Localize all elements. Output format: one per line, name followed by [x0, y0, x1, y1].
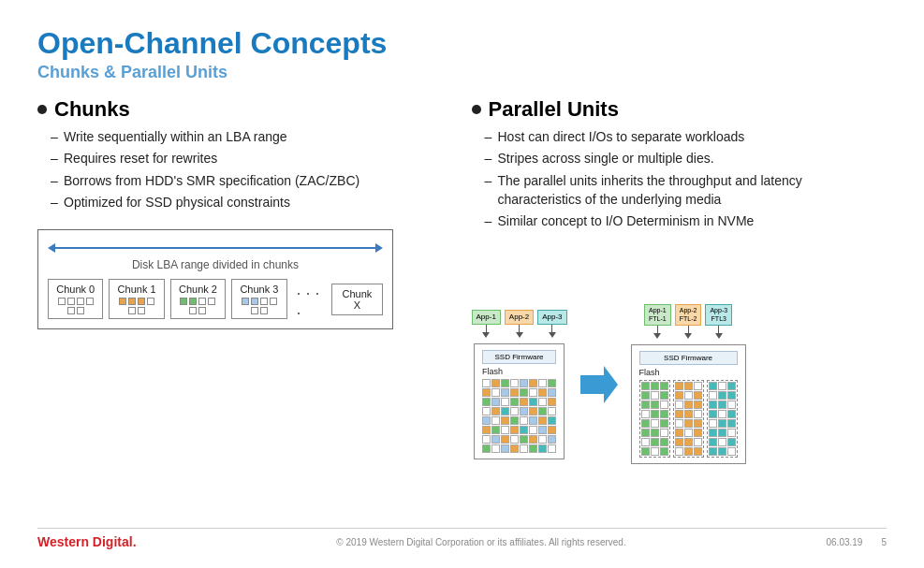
left-column: Chunks Write sequentially within an LBA … [37, 97, 453, 522]
block [138, 307, 145, 314]
chunk-2-blocks [177, 298, 219, 314]
chunk-0-label: Chunk 0 [56, 284, 95, 295]
parallel-bullets: Host can direct I/Os to separate workloa… [485, 127, 887, 233]
flash-grid-left [482, 379, 556, 453]
footer-page: 5 [881, 537, 887, 547]
block [242, 298, 249, 305]
arrow-down1 [482, 332, 490, 338]
svg-marker-0 [580, 366, 618, 403]
parallel-bullet-1: Host can direct I/Os to separate workloa… [485, 127, 887, 146]
chunk-1-blocks [115, 298, 157, 314]
arrow-down3 [549, 332, 556, 338]
rarrow-down2 [684, 333, 692, 339]
big-arrow-right [580, 366, 618, 403]
parallel-title: Parallel Units [489, 97, 619, 122]
right-column: Parallel Units Host can direct I/Os to s… [472, 97, 887, 522]
app-row-right: App-1FTL-1 App-2FTL-2 App-3FTL3 [644, 304, 732, 339]
block [138, 298, 145, 305]
block [147, 298, 154, 305]
bullet-dot [37, 105, 47, 114]
chunks-bullets: Write sequentially within an LBA range R… [51, 127, 453, 214]
block [86, 298, 94, 305]
app2-box: App-2 [505, 310, 534, 325]
block [77, 298, 84, 305]
flash-label-right: Flash [639, 368, 660, 377]
parallel-header: Parallel Units [472, 97, 887, 122]
chunk-x-label: Chunk X [340, 288, 374, 311]
firmware-label-left: SSD Firmware [482, 350, 556, 364]
chunk-2-label: Chunk 2 [179, 284, 217, 295]
chunk-x: Chunk X [331, 284, 383, 315]
connector3 [551, 325, 552, 332]
parallel-diagram: App-1 App-2 App-3 [472, 246, 887, 522]
rconnector1 [657, 326, 658, 333]
rconnector2 [688, 326, 689, 333]
bullet-dot-right [472, 105, 481, 114]
chunk-3-blocks [238, 298, 280, 314]
block [67, 307, 75, 314]
block [270, 298, 277, 305]
chunk-2: Chunk 2 [170, 279, 226, 319]
content-area: Chunks Write sequentially within an LBA … [37, 97, 887, 522]
rapp3-box: App-3FTL3 [705, 304, 732, 326]
block [260, 298, 268, 305]
slide-title: Open-Channel Concepts [37, 26, 887, 61]
chunk-bullet-1: Write sequentially within an LBA range [51, 127, 453, 146]
app3-wrapper: App-3 [537, 310, 566, 338]
ssd-left-box: SSD Firmware Flash [474, 343, 565, 459]
ssd-right-wrapper: App-1FTL-1 App-2FTL-2 App-3FTL3 [631, 304, 746, 464]
block [77, 307, 84, 314]
block [189, 307, 197, 314]
parallel-bullet-4: Similar concept to I/O Determinism in NV… [485, 211, 887, 230]
flash-section-1 [639, 380, 670, 458]
block [128, 298, 136, 305]
chunk-3-label: Chunk 3 [240, 284, 278, 295]
chunks-title: Chunks [54, 97, 130, 122]
rarrow-down3 [715, 333, 723, 339]
chunks-row: Chunk 0 Chunk 1 [48, 279, 383, 319]
rapp2-wrapper: App-2FTL-2 [675, 304, 702, 339]
ellipsis: . . . . [297, 280, 322, 319]
connector2 [519, 325, 520, 332]
app1-wrapper: App-1 [472, 310, 501, 338]
block [119, 298, 126, 305]
rapp1-wrapper: App-1FTL-1 [644, 304, 671, 339]
chunks-header: Chunks [37, 97, 453, 122]
arrow-line [51, 247, 379, 249]
footer-logo-area: Western Digital. [37, 534, 137, 549]
block [208, 298, 215, 305]
chunk-bullet-3: Borrows from HDD's SMR specification (ZA… [51, 171, 453, 190]
parallel-bullet-2: Stripes across single or multiple dies. [485, 149, 887, 167]
firmware-label-right: SSD Firmware [639, 351, 738, 365]
block [260, 307, 268, 314]
ssd-left-wrapper: App-1 App-2 App-3 [472, 310, 567, 459]
footer-date: 06.03.19 [826, 537, 862, 547]
app3-box: App-3 [537, 310, 566, 325]
chunks-diagram: Disk LBA range divided in chunks Chunk 0 [37, 229, 393, 329]
parallel-bullet-3: The parallel units inherits the throughp… [485, 171, 887, 210]
block [67, 298, 75, 305]
block [251, 298, 258, 305]
slide: Open-Channel Concepts Chunks & Parallel … [0, 0, 924, 568]
block [128, 307, 136, 314]
chunk-bullet-2: Requires reset for rewrites [51, 149, 453, 167]
rapp1-box: App-1FTL-1 [644, 304, 671, 326]
ssd-right-box: SSD Firmware Flash [631, 344, 746, 464]
footer-copyright: © 2019 Western Digital Corporation or it… [336, 537, 625, 547]
app1-box: App-1 [472, 310, 501, 325]
chunk-0-blocks [54, 298, 96, 314]
footer-right: 06.03.19 5 [826, 537, 887, 547]
flash-grid-right-wrapper [639, 380, 738, 458]
block [58, 298, 66, 305]
rconnector3 [718, 326, 719, 333]
flash-label-left: Flash [482, 367, 503, 376]
chunk-bullet-4: Optimized for SSD physical constraints [51, 193, 453, 211]
footer-logo: Western Digital. [37, 534, 137, 549]
chunks-diagram-label: Disk LBA range divided in chunks [48, 258, 383, 271]
arrow-left [48, 243, 55, 253]
block [198, 307, 206, 314]
flash-section-3 [707, 380, 738, 458]
chunk-3: Chunk 3 [231, 279, 286, 319]
rapp3-wrapper: App-3FTL3 [705, 304, 732, 339]
arrow-right [375, 243, 383, 253]
